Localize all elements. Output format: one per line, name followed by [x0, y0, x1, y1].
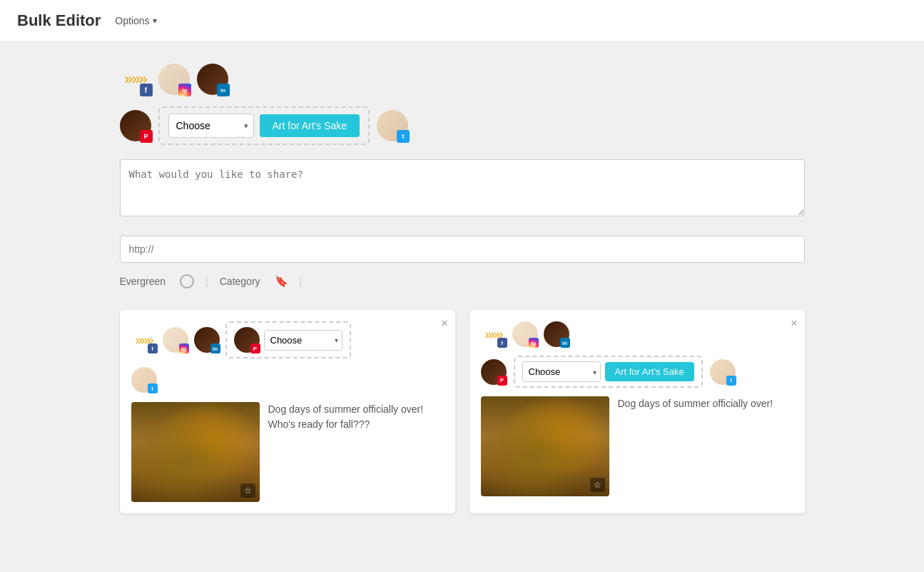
options-button[interactable]: Options [115, 15, 156, 26]
card2-dog-text: Dog days of summer officially over! [618, 396, 773, 496]
arrows-avatar: »»» f [120, 64, 151, 95]
card-1-close[interactable]: × [441, 317, 447, 330]
choose-select-wrap: Choose Option 1 Option 2 [168, 114, 254, 138]
right-avatar: t [377, 110, 408, 141]
card-2: × »»» f ig in [469, 310, 805, 513]
top-profile-row: »»» f ig in [120, 64, 805, 95]
card2-arrows: »»» f [481, 321, 507, 347]
card1-ig-badge: ig [179, 343, 189, 353]
cards-row: × »»» f ig in [120, 310, 805, 513]
card2-star-badge[interactable]: ☆ [590, 478, 605, 492]
choose-select[interactable]: Choose Option 1 Option 2 [168, 114, 254, 138]
pinterest-badge: P [140, 130, 153, 143]
card1-choose-select[interactable]: Choose Option 1 Option 2 [264, 330, 342, 351]
share-textarea[interactable] [120, 159, 805, 216]
left-avatar: P [120, 110, 151, 141]
share-textarea-wrap [120, 159, 805, 219]
facebook-badge: f [140, 84, 153, 96]
card-2-profile-row: »»» f ig in [481, 321, 793, 347]
card2-choose-select[interactable]: Choose Option 1 Option 2 [522, 361, 601, 382]
card2-pi-avatar: P [481, 359, 507, 385]
card-1: × »»» f ig in [120, 310, 455, 513]
choose-row: P Choose Option 1 Option 2 Art for Art's… [120, 106, 805, 145]
twitter-badge: t [397, 130, 410, 143]
card2-tw-avatar: t [710, 359, 736, 385]
card1-tw-avatar: t [131, 367, 157, 393]
url-input-wrap [120, 227, 805, 263]
card1-content: ☆ Dog days of summer officially over! Wh… [131, 402, 444, 502]
card1-dog-image: ☆ [131, 402, 260, 502]
card2-pi-badge: P [497, 376, 507, 386]
card-1-profile-row: »»» f ig in P [131, 321, 444, 358]
card2-dog-image: ☆ [481, 396, 609, 496]
card1-fb-badge: f [148, 343, 158, 353]
card2-art-button[interactable]: Art for Art's Sake [605, 362, 694, 381]
url-input[interactable] [120, 236, 805, 263]
art-button[interactable]: Art for Art's Sake [260, 114, 360, 137]
profile-avatar-2: in [197, 64, 228, 95]
card2-choose-dashed-box: Choose Option 1 Option 2 Art for Art's S… [514, 356, 703, 388]
card2-li-badge: in [560, 338, 570, 348]
main-content: »»» f ig in P Choose Option 1 Op [106, 42, 819, 535]
bookmark-icon[interactable]: 🔖 [275, 275, 288, 288]
card1-pi-avatar: P [234, 327, 260, 353]
card1-arrows: »»» f [131, 327, 157, 353]
card2-choose-row: P Choose Option 1 Option 2 Art for Art's… [481, 356, 793, 388]
evergreen-label: Evergreen [120, 276, 166, 287]
card2-ig-badge: ig [529, 338, 539, 348]
meta-row: Evergreen | Category 🔖 | [120, 274, 805, 288]
category-label: Category [220, 276, 260, 287]
linkedin-badge-2: in [217, 84, 230, 96]
card1-bottom-profile: t [131, 367, 444, 395]
card1-choose-box: P Choose Option 1 Option 2 [225, 321, 351, 358]
card-2-close[interactable]: × [791, 317, 797, 330]
card1-dog-text: Dog days of summer officially over! Who'… [268, 402, 444, 502]
card1-choose-wrap: Choose Option 1 Option 2 [264, 330, 342, 351]
card1-pi-badge: P [250, 343, 260, 353]
card2-avatar-2: in [544, 321, 569, 347]
card1-li-badge: in [210, 343, 220, 353]
card2-avatar-1: ig [512, 321, 538, 347]
card1-tw-badge: t [148, 383, 158, 393]
card1-avatar-1: ig [163, 327, 188, 353]
card1-star-badge[interactable]: ☆ [240, 483, 255, 498]
instagram-badge-1: ig [178, 84, 191, 96]
card2-content: ☆ Dog days of summer officially over! [481, 396, 793, 496]
card2-tw-badge: t [726, 376, 736, 386]
divider-2: | [300, 276, 303, 287]
divider-1: | [205, 276, 208, 287]
card1-avatar-2: in [194, 327, 220, 353]
card2-choose-wrap: Choose Option 1 Option 2 [522, 361, 601, 382]
profile-avatar-1: ig [158, 64, 190, 95]
page-title: Bulk Editor [17, 11, 101, 30]
card2-fb-badge: f [497, 338, 507, 348]
evergreen-toggle[interactable] [180, 274, 194, 288]
choose-dashed-box: Choose Option 1 Option 2 Art for Art's S… [158, 106, 370, 145]
top-bar: Bulk Editor Options [0, 0, 924, 42]
